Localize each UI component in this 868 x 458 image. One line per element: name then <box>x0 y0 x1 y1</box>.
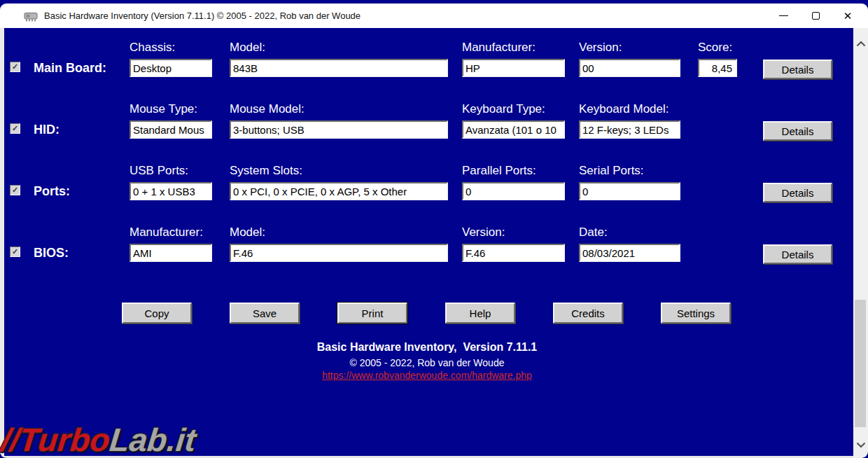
close-button[interactable]: ✕ <box>832 4 864 28</box>
mouse-model-field[interactable] <box>230 120 448 139</box>
ports-details-button[interactable]: Details <box>763 183 832 202</box>
model-field[interactable] <box>230 59 448 77</box>
hid-category-label: HID: <box>34 120 59 139</box>
mouse-type-field[interactable] <box>130 120 212 139</box>
close-icon: ✕ <box>844 11 853 21</box>
bios-version-field[interactable] <box>462 244 565 262</box>
usb-ports-label: USB Ports: <box>130 164 188 178</box>
bios-manufacturer-field[interactable] <box>130 244 212 262</box>
version-label: Version: <box>579 41 622 55</box>
version-field[interactable] <box>579 59 680 77</box>
system-slots-field[interactable] <box>230 182 448 200</box>
save-button[interactable]: Save <box>230 303 300 324</box>
row-ports: ✓ Ports: USB Ports: System Slots: Parall… <box>0 162 854 224</box>
usb-ports-field[interactable] <box>130 182 212 200</box>
footer-app-title: Basic Hardware Inventory, Version 7.11.1 <box>0 341 854 354</box>
minimize-button[interactable] <box>767 4 799 28</box>
score-field[interactable] <box>698 59 737 77</box>
bios-details-button[interactable]: Details <box>763 244 832 264</box>
mouse-type-label: Mouse Type: <box>130 102 197 116</box>
action-button-row: Copy Save Print Help Credits Settings <box>0 303 854 324</box>
parallel-ports-field[interactable] <box>462 182 565 200</box>
homepage-link[interactable]: https://www.robvanderwoude.com/hardware.… <box>322 370 532 381</box>
chassis-label: Chassis: <box>130 41 175 55</box>
hid-details-button[interactable]: Details <box>763 121 832 141</box>
row-hid: ✓ HID: Mouse Type: Mouse Model: Keyboard… <box>0 101 854 162</box>
app-window: Basic Hardware Inventory (Version 7.11.1… <box>0 0 868 458</box>
bios-model-field[interactable] <box>230 244 448 262</box>
system-slots-label: System Slots: <box>230 164 302 178</box>
title-bar: Basic Hardware Inventory (Version 7.11.1… <box>0 4 868 28</box>
chip-icon <box>24 11 38 22</box>
footer-link-line: https://www.robvanderwoude.com/hardware.… <box>0 369 854 382</box>
scroll-up-arrow-icon[interactable] <box>853 41 868 47</box>
copy-button[interactable]: Copy <box>122 303 192 324</box>
chassis-field[interactable] <box>130 59 212 77</box>
serial-ports-field[interactable] <box>579 182 680 200</box>
score-label: Score: <box>698 41 732 55</box>
row-bios: ✓ BIOS: Manufacturer: Model: Version: Da… <box>0 224 854 286</box>
mouse-model-label: Mouse Model: <box>230 102 304 116</box>
maximize-button[interactable] <box>799 4 832 28</box>
main-board-checkbox[interactable]: ✓ <box>10 62 20 72</box>
serial-ports-label: Serial Ports: <box>579 164 644 178</box>
manufacturer-field[interactable] <box>462 59 565 77</box>
bios-date-label: Date: <box>579 225 608 240</box>
bios-category-label: BIOS: <box>34 244 69 262</box>
minimize-icon <box>779 15 788 16</box>
bios-manufacturer-label: Manufacturer: <box>130 225 203 240</box>
bios-checkbox[interactable]: ✓ <box>10 247 20 257</box>
parallel-ports-label: Parallel Ports: <box>462 164 536 178</box>
window-title: Basic Hardware Inventory (Version 7.11.1… <box>44 11 360 21</box>
maximize-icon <box>812 12 820 20</box>
watermark-turbo: Turbo <box>18 422 112 458</box>
main-board-details-button[interactable]: Details <box>763 60 832 79</box>
keyboard-model-field[interactable] <box>579 120 680 139</box>
model-label: Model: <box>230 41 265 55</box>
ports-category-label: Ports: <box>34 182 70 200</box>
row-main-board: ✓ Main Board: Chassis: Model: Manufactur… <box>0 39 854 101</box>
keyboard-model-label: Keyboard Model: <box>579 102 669 116</box>
turbolab-watermark: //TurboLab.it <box>0 424 197 456</box>
ports-checkbox[interactable]: ✓ <box>10 185 20 195</box>
keyboard-type-field[interactable] <box>462 120 565 139</box>
credits-button[interactable]: Credits <box>553 303 623 324</box>
bios-model-label: Model: <box>230 225 265 240</box>
vertical-scrollbar[interactable] <box>853 28 868 458</box>
scroll-down-arrow-icon[interactable] <box>853 442 868 448</box>
hid-checkbox[interactable]: ✓ <box>10 123 20 134</box>
main-board-category-label: Main Board: <box>34 59 106 77</box>
help-button[interactable]: Help <box>445 303 515 324</box>
bios-date-field[interactable] <box>579 244 680 262</box>
window-controls: ✕ <box>767 4 864 28</box>
settings-button[interactable]: Settings <box>661 303 731 324</box>
manufacturer-label: Manufacturer: <box>462 41 536 55</box>
keyboard-type-label: Keyboard Type: <box>462 102 545 116</box>
footer-copyright: © 2005 - 2022, Rob van der Woude <box>0 357 854 368</box>
watermark-lab: Lab.it <box>108 422 197 458</box>
bios-version-label: Version: <box>462 225 505 240</box>
print-button[interactable]: Print <box>337 303 407 324</box>
scrollbar-thumb[interactable] <box>855 300 866 427</box>
